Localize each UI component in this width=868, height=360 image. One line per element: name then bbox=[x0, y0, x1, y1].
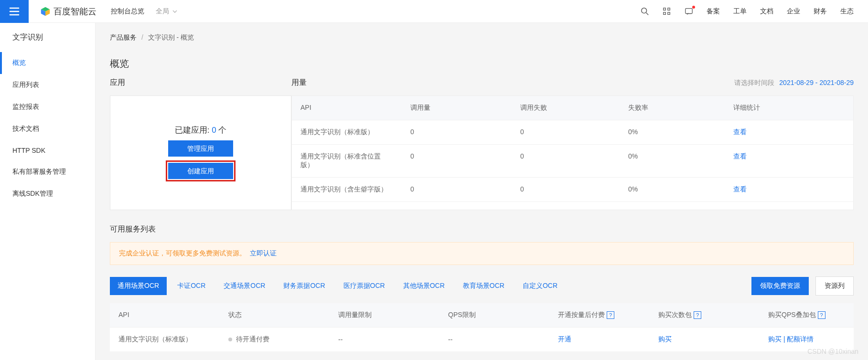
brand-text: 百度智能云 bbox=[54, 6, 96, 17]
tab-6[interactable]: 教育场景OCR bbox=[455, 277, 512, 295]
svc-limit: -- bbox=[330, 328, 439, 351]
cell-calls: 0 bbox=[402, 120, 512, 144]
view-link[interactable]: 查看 bbox=[733, 128, 747, 136]
svc-status: 待开通付费 bbox=[220, 328, 330, 351]
get-free-resource-button[interactable]: 领取免费资源 bbox=[751, 277, 809, 295]
svc-qpsbuy-link[interactable]: 购买 | 配额详情 bbox=[768, 335, 814, 343]
svg-rect-5 bbox=[668, 8, 670, 10]
manage-app-button[interactable]: 管理应用 bbox=[168, 140, 233, 157]
services-row: 通用文字识别（标准版） 待开通付费 -- -- 开通 购买 购买 | 配额详情 bbox=[110, 327, 854, 351]
svc-buy-link[interactable]: 购买 bbox=[658, 335, 672, 343]
chevron-down-icon bbox=[172, 9, 178, 14]
svc-col-pay: 开通按量后付费? bbox=[549, 303, 650, 327]
sidebar-item-offline[interactable]: 离线SDK管理 bbox=[0, 183, 95, 205]
col-fails: 调用失败 bbox=[512, 96, 620, 120]
tab-5[interactable]: 其他场景OCR bbox=[396, 277, 452, 295]
usage-table: API 调用量 调用失败 失败率 详细统计 通用文字识别（标准版）000%查看通… bbox=[291, 95, 854, 210]
cell-api: 通用文字识别（含生僻字版） bbox=[292, 178, 402, 201]
crumb-root[interactable]: 产品服务 bbox=[110, 33, 137, 41]
view-link[interactable]: 查看 bbox=[733, 185, 747, 193]
app-count: 已建应用: 0 个 bbox=[166, 125, 236, 136]
date-range-value: 2021-08-29 - 2021-08-29 bbox=[779, 79, 854, 86]
crumb-current: 文字识别 - 概览 bbox=[148, 33, 194, 41]
col-rate: 失败率 bbox=[620, 96, 725, 120]
cell-rate: 0% bbox=[620, 145, 725, 177]
svc-col-qps: QPS限制 bbox=[439, 303, 549, 327]
nav-eco[interactable]: 生态 bbox=[840, 7, 854, 16]
app-count-prefix: 已建应用: bbox=[175, 126, 210, 135]
sidebar-item-techdoc[interactable]: 技术文档 bbox=[0, 118, 95, 140]
create-app-highlight: 创建应用 bbox=[166, 160, 236, 181]
cell-fails: 0 bbox=[512, 145, 620, 177]
tab-7[interactable]: 自定义OCR bbox=[515, 277, 565, 295]
top-header: 百度智能云 控制台总览 全局 备案 工单 文档 企业 财务 生态 bbox=[0, 0, 868, 23]
search-icon[interactable] bbox=[641, 7, 649, 16]
cell-fails: 0 bbox=[512, 120, 620, 144]
sidebar-item-httpsdk[interactable]: HTTP SDK bbox=[0, 140, 95, 161]
cell-rate: 0% bbox=[620, 120, 725, 144]
sidebar-item-monitor[interactable]: 监控报表 bbox=[0, 96, 95, 118]
sidebar-item-overview[interactable]: 概览 bbox=[0, 52, 95, 74]
nav-doc[interactable]: 文档 bbox=[760, 7, 773, 16]
header-right: 备案 工单 文档 企业 财务 生态 bbox=[641, 7, 868, 16]
svc-pay-link[interactable]: 开通 bbox=[558, 335, 571, 343]
svc-col-api: API bbox=[110, 303, 220, 327]
svc-col-buy: 购买次数包? bbox=[650, 303, 760, 327]
nav-finance[interactable]: 财务 bbox=[814, 7, 827, 16]
svg-rect-7 bbox=[668, 12, 670, 14]
cell-rate: 0% bbox=[620, 202, 725, 210]
sidebar-item-private[interactable]: 私有部署服务管理 bbox=[0, 161, 95, 183]
tab-2[interactable]: 交通场景OCR bbox=[216, 277, 273, 295]
global-select[interactable]: 全局 bbox=[156, 7, 178, 16]
nav-ticket[interactable]: 工单 bbox=[733, 7, 747, 16]
apps-grid-icon[interactable] bbox=[663, 7, 671, 16]
svc-qps: -- bbox=[439, 328, 549, 351]
help-icon[interactable]: ? bbox=[607, 311, 614, 319]
tab-4[interactable]: 医疗票据OCR bbox=[336, 277, 393, 295]
resource-list-button[interactable]: 资源列 bbox=[815, 276, 854, 296]
view-link[interactable]: 查看 bbox=[733, 152, 747, 160]
col-calls: 调用量 bbox=[402, 96, 512, 120]
panel-usage-title: 用量 bbox=[291, 78, 307, 88]
date-range[interactable]: 请选择时间段 2021-08-29 - 2021-08-29 bbox=[734, 79, 854, 87]
hamburger-button[interactable] bbox=[0, 0, 29, 23]
tab-0[interactable]: 通用场景OCR bbox=[110, 277, 167, 295]
sidebar-item-apps[interactable]: 应用列表 bbox=[0, 74, 95, 96]
cell-api: 通用文字识别（高精度版） bbox=[292, 202, 402, 210]
tab-1[interactable]: 卡证OCR bbox=[170, 277, 213, 295]
svg-rect-8 bbox=[686, 8, 692, 13]
services-thead: API 状态 调用量限制 QPS限制 开通按量后付费? 购买次数包? 购买QPS… bbox=[110, 303, 854, 327]
nav-beian[interactable]: 备案 bbox=[707, 7, 720, 16]
tab-3[interactable]: 财务票据OCR bbox=[276, 277, 332, 295]
svc-col-status: 状态 bbox=[220, 303, 330, 327]
create-app-button[interactable]: 创建应用 bbox=[168, 163, 233, 179]
panel-app: 应用 已建应用: 0 个 管理应用 创建应用 bbox=[110, 78, 291, 210]
view-link[interactable]: 查看 bbox=[733, 210, 747, 210]
svc-col-limit: 调用量限制 bbox=[330, 303, 439, 327]
services-title: 可用服务列表 bbox=[110, 224, 854, 234]
console-title[interactable]: 控制台总览 bbox=[111, 7, 144, 16]
cell-api: 通用文字识别（标准版） bbox=[292, 120, 402, 144]
cell-calls: 0 bbox=[402, 145, 512, 177]
notice-link[interactable]: 立即认证 bbox=[250, 249, 277, 257]
usage-row: 通用文字识别（高精度版）000%查看 bbox=[292, 201, 853, 210]
svg-point-3 bbox=[642, 8, 647, 13]
app-count-value: 0 bbox=[212, 126, 216, 135]
notice-banner: 完成企业认证，可领取更多免费测试资源。 立即认证 bbox=[110, 242, 854, 265]
crumb-sep: / bbox=[141, 33, 143, 41]
global-select-label: 全局 bbox=[156, 7, 169, 16]
svg-rect-4 bbox=[664, 8, 666, 10]
logo-icon bbox=[40, 6, 51, 17]
brand-logo[interactable]: 百度智能云 bbox=[40, 6, 96, 17]
message-icon[interactable] bbox=[685, 7, 693, 16]
svg-rect-6 bbox=[664, 12, 666, 14]
svc-api: 通用文字识别（标准版） bbox=[110, 328, 220, 351]
sidebar: 文字识别 概览 应用列表 监控报表 技术文档 HTTP SDK 私有部署服务管理… bbox=[0, 23, 96, 360]
help-icon[interactable]: ? bbox=[694, 311, 701, 319]
help-icon[interactable]: ? bbox=[818, 311, 825, 319]
date-range-label: 请选择时间段 bbox=[734, 79, 774, 86]
cell-rate: 0% bbox=[620, 178, 725, 201]
panel-usage: 用量 请选择时间段 2021-08-29 - 2021-08-29 API 调用… bbox=[291, 78, 854, 210]
nav-enterprise[interactable]: 企业 bbox=[787, 7, 800, 16]
cell-calls: 0 bbox=[402, 178, 512, 201]
